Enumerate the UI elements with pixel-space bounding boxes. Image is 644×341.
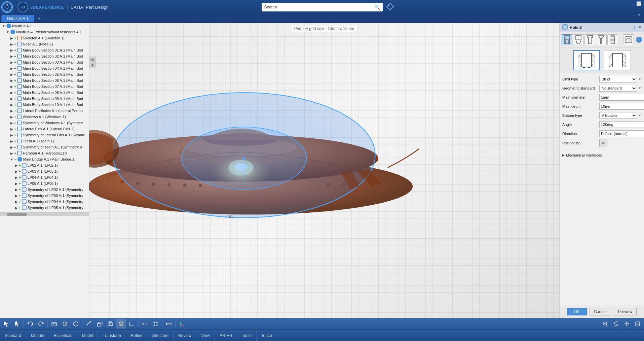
toolbar-mirror-icon[interactable]	[140, 319, 150, 329]
tab-structure[interactable]: Structure	[147, 330, 174, 341]
tree-symlatfins[interactable]: ▶ + Symmetry of Lateral Fins A.1 (Symme	[0, 132, 89, 138]
toolbar-extrude-icon[interactable]	[94, 319, 105, 329]
tree-lp02[interactable]: ▶ + LP02 A.1 (LP02.1)	[0, 162, 89, 168]
tree-mainbridge[interactable]: ▼ – Main Bridge A.1 (Main Bridge.1)	[0, 156, 89, 162]
expand-icon[interactable]: ▶	[9, 66, 14, 71]
close-button[interactable]: ✕	[638, 25, 641, 30]
expand-icon[interactable]: ▶	[9, 60, 14, 65]
tab-arvr[interactable]: AR-VR	[215, 330, 237, 341]
toolbar-axis-icon[interactable]	[177, 319, 187, 329]
ok-button[interactable]: OK	[567, 308, 587, 315]
toolbar-pattern-icon[interactable]	[151, 319, 161, 329]
expand-icon[interactable]: ▶	[9, 42, 14, 46]
tree-symlp03[interactable]: ▶ + Symmetry of LP03 A.1 (Symmetry	[0, 193, 89, 199]
tree-exterior[interactable]: ▼ Nautilus – Exterior without fasteners …	[0, 29, 89, 35]
tree-root[interactable]: ▼ Nautilus A.1	[0, 23, 89, 29]
expand-icon[interactable]: ▶	[14, 187, 19, 192]
geo-std-select[interactable]: No standard ISO	[599, 85, 637, 92]
tab-view[interactable]: View	[196, 330, 215, 341]
expand-icon[interactable]: ▼	[9, 157, 14, 162]
expand-icon[interactable]: ▶	[9, 78, 14, 83]
search-input[interactable]	[264, 5, 373, 9]
tab-refine[interactable]: Refine	[126, 330, 148, 341]
expand-icon[interactable]: ▶	[14, 175, 19, 180]
preview-button[interactable]: Preview	[614, 308, 637, 315]
toolbar-view3-icon[interactable]	[71, 319, 81, 329]
tree-lp04[interactable]: ▶ + LP04 A.1 (LP04.1)	[0, 174, 89, 180]
expand-icon[interactable]: ▼	[1, 24, 6, 28]
toolbar-fit-icon[interactable]	[633, 319, 643, 329]
search-bar[interactable]: 🔍	[262, 3, 383, 11]
compass-logo[interactable]: N	[0, 0, 14, 14]
expand-icon[interactable]: ▶	[9, 72, 14, 77]
toolbar-measure-icon[interactable]	[164, 319, 174, 329]
tree-mbs01[interactable]: ▶ + Main Body Section 01 A.1 (Main Bod	[0, 47, 89, 53]
tree-mbs10[interactable]: ▶ + Main Body Section 10 A.1 (Main Bod	[0, 102, 89, 108]
expand-icon[interactable]: ▶	[9, 145, 14, 149]
tree-skeleton[interactable]: ▶ + Skeleton A.1 (Skeleton.1)	[0, 35, 89, 41]
expand-icon[interactable]: ▶	[14, 169, 19, 174]
hole-type-countersink[interactable]	[596, 34, 607, 45]
tab-essentials[interactable]: Essentials	[49, 330, 77, 341]
tag-icon[interactable]	[386, 3, 394, 12]
tree-latfins[interactable]: ▶ + Lateral Fins A.1 (Lateral Fins.1)	[0, 126, 89, 132]
expand-icon[interactable]: ▶	[9, 114, 14, 119]
shape-blind[interactable]	[573, 50, 600, 70]
angle-input[interactable]	[599, 121, 644, 128]
tree-lp03[interactable]: ▶ + LP03 A.1 (LP03.1)	[0, 168, 89, 174]
tree-symwin[interactable]: ▶ + Symmetry of Windows A.1 (Symmetr	[0, 120, 89, 126]
cancel-button[interactable]: Cancel	[590, 308, 611, 315]
tree-harpoon[interactable]: ▶ + Harpoon A.1 (Harpoon.1) ⚙	[0, 150, 89, 156]
toolbar-view2-icon[interactable]	[60, 319, 70, 329]
nav-icon-1[interactable]: ⊞	[90, 58, 95, 62]
expand-icon[interactable]: ▶	[9, 133, 14, 137]
expand-icon[interactable]: ▶	[9, 84, 14, 89]
maximize-icon[interactable]: ⬜	[636, 1, 641, 6]
info-button[interactable]: i	[634, 25, 635, 30]
tab-tools[interactable]: Tools	[237, 330, 257, 341]
tree-mbs05[interactable]: ▶ + Main Body Section 05 A.1 (Main Bod	[0, 71, 89, 77]
tree-mbs06[interactable]: ▶ + Main Body Section 06 A.1 (Main Bod	[0, 77, 89, 83]
expand-icon[interactable]: ▶	[9, 36, 14, 40]
expand-icon[interactable]: ▶	[9, 90, 14, 95]
tree-nose[interactable]: ▶ + Nose A.1 (Nose.1)	[0, 41, 89, 47]
tree-lp05[interactable]: ▶ + LP05 A.1 (LP05.1)	[0, 180, 89, 186]
tree-teeth[interactable]: ▶ + Teeth A.1 (Teeth.1)	[0, 138, 89, 144]
tree-symlp02[interactable]: ▶ + Symmetry of LP02 A.1 (Symmetry	[0, 186, 89, 193]
expand-icon[interactable]: ▶	[9, 121, 14, 125]
tab-touch[interactable]: Touch	[257, 330, 277, 341]
tree-symlp05[interactable]: ▶ + Symmetry of LP05 A.1 (Symmetry	[0, 205, 89, 211]
bottom-type-select[interactable]: V-Bottom Flat	[599, 112, 637, 119]
tree-symlp04[interactable]: ▶ + Symmetry of LP04 A.1 (Symmetry	[0, 199, 89, 205]
toolbar-redo-icon[interactable]	[36, 319, 46, 329]
tab-nautilus[interactable]: Nautilus A.1	[1, 15, 34, 22]
toolbar-select-icon[interactable]	[1, 319, 11, 329]
hole-type-tapered[interactable]	[573, 34, 584, 45]
expand-icon[interactable]: ▶	[9, 48, 14, 53]
expand-icon[interactable]: ▼	[5, 30, 10, 34]
toolbar-hole-icon[interactable]	[116, 319, 126, 329]
tree-mbs04[interactable]: ▶ + Main Body Section 04 A.1 (Main Bod	[0, 65, 89, 71]
shape-through[interactable]	[604, 50, 631, 70]
tree-mbs03[interactable]: ▶ + Main Body Section 03 A.1 (Main Bod	[0, 59, 89, 65]
expand-icon[interactable]: ▶	[9, 102, 14, 107]
tree-windows[interactable]: ▶ + Windows A.1 (Windows.1)	[0, 114, 89, 120]
expand-icon[interactable]: ▶	[14, 205, 19, 210]
toolbar-sketch-icon[interactable]	[84, 319, 94, 329]
toolbar-pan-icon[interactable]	[622, 319, 632, 329]
expand-icon[interactable]: ▶	[14, 199, 19, 204]
tab-model[interactable]: Model	[77, 330, 98, 341]
expand-icon[interactable]: ▶	[9, 96, 14, 101]
toolbar-cursor-icon[interactable]	[12, 319, 22, 329]
positioning-edit[interactable]: ✏	[599, 139, 607, 147]
tab-module[interactable]: Module	[26, 330, 49, 341]
tab-transform[interactable]: Transform	[98, 330, 126, 341]
direction-input[interactable]	[599, 130, 644, 137]
tree-mbs07[interactable]: ▶ + Main Body Section 07 A.1 (Main Bod	[0, 83, 89, 90]
expand-icon[interactable]: ▶	[9, 127, 14, 131]
toolbar-pocket-icon[interactable]	[105, 319, 115, 329]
hole-info-button[interactable]: i	[636, 37, 642, 43]
tree-mbs02[interactable]: ▶ + Main Body Section 02 A.1 (Main Bod	[0, 53, 89, 59]
search-icon[interactable]: 🔍	[374, 4, 380, 10]
expand-icon[interactable]: ▶	[14, 181, 19, 186]
